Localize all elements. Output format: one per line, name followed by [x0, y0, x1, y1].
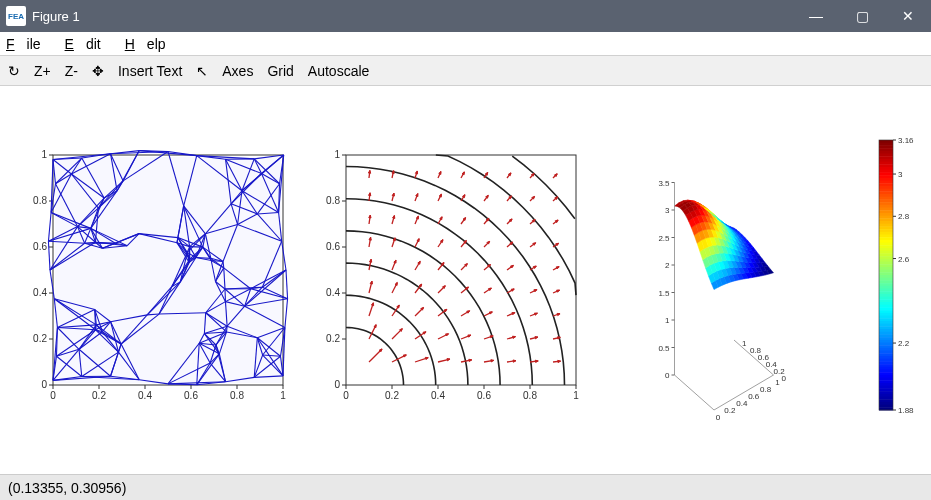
svg-line-71 — [286, 270, 288, 299]
svg-text:0.4: 0.4 — [432, 390, 446, 401]
svg-marker-496 — [558, 313, 561, 315]
svg-text:0.4: 0.4 — [327, 287, 341, 298]
svg-text:0.8: 0.8 — [750, 346, 762, 355]
grid-button[interactable]: Grid — [267, 63, 293, 79]
svg-marker-374 — [394, 260, 396, 263]
svg-text:0.6: 0.6 — [327, 241, 341, 252]
svg-text:0.2: 0.2 — [386, 390, 400, 401]
autoscale-button[interactable]: Autoscale — [308, 63, 369, 79]
svg-text:2.6: 2.6 — [898, 255, 910, 264]
svg-text:3.16113: 3.16113 — [898, 136, 914, 145]
svg-text:0.8: 0.8 — [760, 385, 772, 394]
maximize-button[interactable]: ▢ — [839, 0, 885, 32]
svg-text:0.8: 0.8 — [327, 195, 341, 206]
svg-text:1: 1 — [280, 390, 286, 401]
menubar: File Edit Help — [0, 32, 931, 56]
zoom-out-button[interactable]: Z- — [65, 63, 78, 79]
svg-text:0: 0 — [335, 379, 341, 390]
subplot-quiver[interactable]: 00.20.40.60.8100.20.40.60.81 — [310, 145, 590, 415]
svg-marker-384 — [426, 357, 429, 359]
svg-text:1: 1 — [574, 390, 580, 401]
svg-marker-354 — [371, 281, 373, 284]
svg-marker-460 — [512, 313, 515, 315]
axes-button[interactable]: Axes — [222, 63, 253, 79]
plot-area[interactable]: 00.20.40.60.8100.20.40.60.81 00.20.40.60… — [0, 86, 931, 474]
svg-marker-398 — [416, 194, 418, 197]
svg-text:2.2: 2.2 — [898, 339, 910, 348]
svg-line-74 — [282, 241, 286, 270]
svg-marker-498 — [557, 290, 560, 292]
svg-text:0.2: 0.2 — [92, 390, 106, 401]
svg-marker-474 — [536, 360, 539, 362]
svg-text:0: 0 — [41, 379, 47, 390]
svg-marker-482 — [534, 266, 537, 268]
pointer-button[interactable]: ↖ — [196, 63, 208, 79]
pan-button[interactable]: ✥ — [92, 63, 104, 79]
svg-marker-436 — [463, 172, 465, 175]
svg-marker-350 — [374, 325, 376, 328]
svg-text:2: 2 — [665, 261, 670, 270]
svg-line-222 — [147, 314, 159, 315]
svg-text:3: 3 — [898, 170, 903, 179]
rotate-button[interactable]: ↻ — [8, 63, 20, 79]
svg-marker-364 — [369, 170, 371, 173]
svg-text:0.4: 0.4 — [33, 287, 47, 298]
svg-line-136 — [50, 270, 54, 299]
titlebar: FEA Figure 1 — ▢ ✕ — [0, 0, 931, 32]
svg-rect-25 — [55, 157, 281, 383]
svg-text:3: 3 — [665, 206, 670, 215]
svg-marker-400 — [416, 171, 418, 174]
svg-marker-352 — [372, 303, 374, 306]
svg-text:1: 1 — [742, 339, 747, 348]
minimize-button[interactable]: — — [793, 0, 839, 32]
svg-marker-422 — [468, 335, 471, 337]
svg-text:0.8: 0.8 — [524, 390, 538, 401]
svg-marker-462 — [512, 289, 515, 291]
svg-marker-362 — [369, 193, 371, 196]
svg-text:0.2: 0.2 — [33, 333, 47, 344]
svg-marker-402 — [447, 359, 450, 361]
subplot-mesh[interactable]: 00.20.40.60.8100.20.40.60.81 — [17, 145, 297, 415]
svg-marker-356 — [370, 259, 372, 262]
svg-text:1: 1 — [665, 316, 670, 325]
cursor-coords: (0.13355, 0.30956) — [8, 480, 126, 496]
zoom-in-button[interactable]: Z+ — [34, 63, 51, 79]
svg-line-66 — [285, 299, 288, 328]
svg-marker-456 — [514, 360, 517, 362]
svg-text:0.2: 0.2 — [327, 333, 341, 344]
insert-text-button[interactable]: Insert Text — [118, 63, 182, 79]
svg-marker-500 — [557, 267, 560, 269]
menu-file[interactable]: File — [6, 36, 53, 52]
svg-marker-434 — [463, 195, 465, 198]
svg-marker-416 — [440, 194, 442, 197]
svg-marker-458 — [513, 336, 516, 338]
svg-text:3.5: 3.5 — [659, 179, 671, 188]
svg-text:0.5: 0.5 — [659, 344, 671, 353]
svg-line-128 — [48, 213, 51, 242]
svg-text:0.2: 0.2 — [724, 406, 736, 415]
svg-marker-476 — [535, 337, 538, 339]
svg-marker-396 — [417, 216, 419, 219]
svg-marker-366 — [404, 355, 407, 357]
svg-text:0.6: 0.6 — [184, 390, 198, 401]
subplot-surface[interactable]: 00.511.522.533.500.20.40.60.8100.20.40.6… — [604, 120, 914, 440]
svg-marker-414 — [440, 217, 442, 220]
close-button[interactable]: ✕ — [885, 0, 931, 32]
menu-help[interactable]: Help — [125, 36, 178, 52]
svg-text:0: 0 — [716, 413, 721, 422]
menu-edit[interactable]: Edit — [65, 36, 113, 52]
svg-text:1: 1 — [775, 378, 780, 387]
svg-marker-478 — [535, 313, 538, 315]
svg-text:2.5: 2.5 — [659, 234, 671, 243]
svg-text:1: 1 — [335, 149, 341, 160]
window-title: Figure 1 — [32, 9, 793, 24]
svg-text:1.8831: 1.8831 — [898, 406, 914, 415]
svg-text:0.8: 0.8 — [33, 195, 47, 206]
svg-text:0: 0 — [665, 371, 670, 380]
statusbar: (0.13355, 0.30956) — [0, 474, 931, 500]
svg-marker-420 — [469, 359, 472, 361]
svg-text:0.4: 0.4 — [138, 390, 152, 401]
svg-text:0.8: 0.8 — [230, 390, 244, 401]
svg-marker-492 — [558, 360, 561, 362]
svg-text:2.8: 2.8 — [898, 212, 910, 221]
